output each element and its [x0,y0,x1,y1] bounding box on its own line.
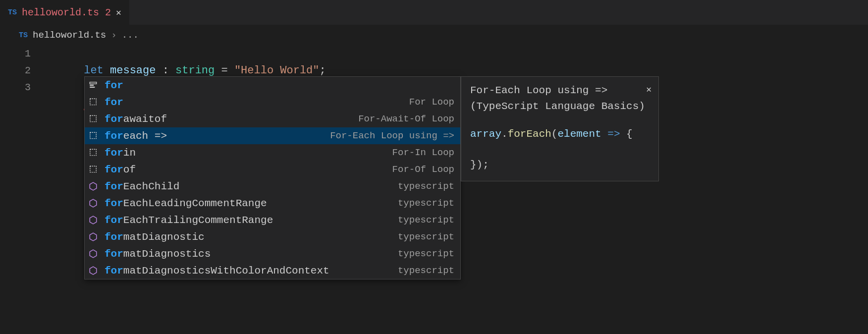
token-punct: ( [551,128,558,140]
token-function: forEach [508,128,551,140]
token-type: string [175,64,215,77]
token-identifier: message [110,64,156,77]
suggestion-item[interactable]: forinFor-In Loop [85,144,460,161]
suggestion-label: formatDiagnosticsWithColorAndContext [105,265,329,277]
suggestion-details-code-end: }); [470,157,650,173]
suggestion-detail: For-Each Loop using => [330,130,454,141]
token-punct: : [156,64,175,77]
suggestion-label: forawaitof [105,113,167,125]
keyword-icon [89,81,100,90]
code-line[interactable]: 1 let message : string = "Hello World"; [0,46,868,62]
snippet-icon [89,165,100,174]
line-number: 2 [0,62,45,79]
suggestion-label: forof [105,164,136,175]
typescript-file-icon: TS [8,8,17,17]
suggestion-details-title: For-Each Loop using => (TypeScript Langu… [470,83,650,114]
suggestion-detail: typescript [398,215,454,225]
svg-rect-6 [90,149,96,155]
token-punct: ; [320,64,326,77]
suggestion-item[interactable]: forEachTrailingCommentRangetypescript [85,212,460,228]
close-icon[interactable]: ✕ [646,82,651,98]
token-punct: . [501,128,508,140]
suggestion-label: forEachChild [105,181,179,192]
suggestion-item[interactable]: formatDiagnostictypescript [85,228,460,245]
suggestion-label: formatDiagnostics [105,248,211,260]
breadcrumb[interactable]: TS helloworld.ts › ... [0,25,868,44]
svg-rect-0 [90,82,97,84]
snippet-icon [89,114,100,123]
tab-helloworld[interactable]: TS helloworld.ts 2 ✕ [0,0,130,25]
suggestion-detail: typescript [398,198,454,209]
tab-filename: helloworld.ts [22,7,99,18]
token-op: = [215,64,234,77]
token-arrow: => [601,128,626,140]
suggestion-details-code: array.forEach(element => { [470,126,650,142]
method-icon [89,232,100,241]
method-icon [89,182,100,191]
suggestion-item[interactable]: for [85,77,460,94]
suggestion-detail: For-In Loop [392,147,454,158]
svg-rect-2 [90,87,95,88]
suggestion-label: forEachTrailingCommentRange [105,215,273,226]
suggestion-item[interactable]: forofFor-Of Loop [85,161,460,178]
suggestion-detail: typescript [398,181,454,192]
suggestion-detail: typescript [398,248,454,259]
method-icon [89,249,100,258]
method-icon [89,266,100,275]
suggestion-details: ✕ For-Each Loop using => (TypeScript Lan… [461,76,659,181]
suggestion-item[interactable]: forEachChildtypescript [85,178,460,195]
suggestion-label: forEachLeadingCommentRange [105,198,267,209]
breadcrumb-filename: helloworld.ts [33,30,106,41]
suggestion-item[interactable]: forawaitofFor-Await-Of Loop [85,111,460,127]
method-icon [89,199,100,208]
svg-rect-4 [90,115,96,121]
suggestion-item[interactable]: formatDiagnosticstypescript [85,245,460,262]
tab-bar: TS helloworld.ts 2 ✕ [0,0,868,25]
editor[interactable]: 1 let message : string = "Hello World"; … [0,44,868,96]
suggestion-item[interactable]: formatDiagnosticsWithColorAndContexttype… [85,262,460,279]
snippet-icon [89,148,100,157]
suggestion-label: for [105,97,123,108]
suggestion-item[interactable]: forFor Loop [85,94,460,111]
token-punct: { [626,128,633,140]
token-param: element [557,128,601,140]
line-number: 1 [0,46,45,62]
suggestion-label: foreach => [105,130,167,142]
line-number: 3 [0,79,45,96]
svg-rect-7 [90,166,96,172]
typescript-file-icon: TS [19,31,28,40]
svg-rect-1 [90,85,94,86]
suggestion-detail: For Loop [409,97,454,108]
method-icon [89,216,100,224]
suggest-widget[interactable]: forforFor LoopforawaitofFor-Await-Of Loo… [84,76,461,279]
token-string: "Hello World" [234,64,320,77]
suggestion-label: forin [105,147,136,159]
snippet-icon [89,131,100,140]
snippet-icon [89,98,100,107]
svg-rect-3 [90,99,96,105]
breadcrumb-ellipsis: ... [122,30,139,41]
suggestion-detail: typescript [398,231,454,242]
suggestion-label: for [105,80,123,91]
suggestion-detail: For-Await-Of Loop [358,113,454,124]
close-icon[interactable]: ✕ [116,7,121,18]
suggestion-detail: For-Of Loop [392,164,454,175]
suggestion-label: formatDiagnostic [105,231,205,243]
suggestion-detail: typescript [398,265,454,276]
token-identifier: array [470,128,501,140]
tab-problems-badge: 2 [105,7,111,18]
breadcrumb-separator-icon: › [111,30,116,41]
suggestion-item[interactable]: foreach =>For-Each Loop using => [85,127,460,144]
svg-rect-5 [90,132,96,138]
suggestion-item[interactable]: forEachLeadingCommentRangetypescript [85,195,460,212]
